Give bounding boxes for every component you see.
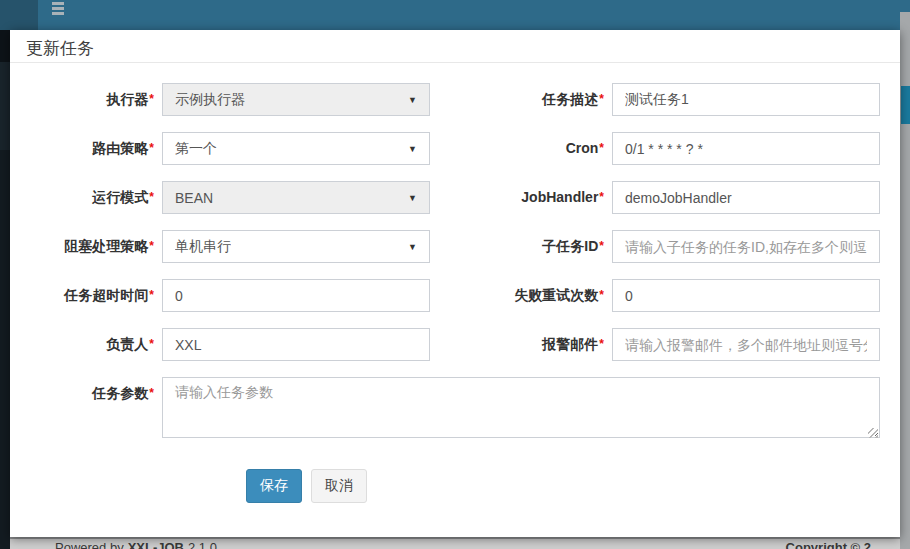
executor-label: 执行器* — [10, 83, 162, 116]
child-jobid-label: 子任务ID* — [455, 230, 612, 263]
navbar-logo-area — [0, 0, 38, 30]
timeout-input[interactable] — [162, 279, 430, 312]
field-child-jobid: 子任务ID* — [455, 230, 900, 263]
child-jobid-input[interactable] — [612, 230, 880, 263]
chevron-down-icon: ▼ — [408, 242, 417, 252]
vertical-scrollbar[interactable] — [900, 12, 910, 549]
scrollbar-thumb[interactable] — [901, 86, 910, 124]
alarm-email-label: 报警邮件* — [455, 328, 612, 361]
form-row: 阻塞处理策略* 单机串行 ▼ 子任务ID* — [10, 230, 900, 263]
glue-type-label: 运行模式* — [10, 181, 162, 214]
required-mark: * — [599, 92, 604, 106]
required-mark: * — [599, 288, 604, 302]
form-row: 路由策略* 第一个 ▼ Cron* — [10, 132, 900, 165]
fail-retry-input[interactable] — [612, 279, 880, 312]
job-desc-label: 任务描述* — [455, 83, 612, 116]
form-row: 负责人* 报警邮件* — [10, 328, 900, 361]
required-mark: * — [149, 92, 154, 106]
footer-powered-by: Powered byXXL-JOB2.1.0 — [55, 540, 217, 549]
field-job-param: 任务参数* — [10, 377, 898, 442]
executor-select[interactable]: 示例执行器 ▼ — [162, 83, 430, 116]
fail-retry-label: 失败重试次数* — [455, 279, 612, 312]
required-mark: * — [599, 337, 604, 351]
footer-version: 2.1.0 — [188, 540, 217, 549]
timeout-label: 任务超时时间* — [10, 279, 162, 312]
job-param-label: 任务参数* — [10, 377, 162, 442]
modal-title: 更新任务 — [26, 39, 94, 58]
field-glue-type: 运行模式* BEAN ▼ — [10, 181, 455, 214]
field-author: 负责人* — [10, 328, 455, 361]
jobhandler-label: JobHandler* — [455, 181, 612, 214]
update-job-modal: 更新任务 执行器* 示例执行器 ▼ 任务描述* 路由策略* 第一个 ▼ — [10, 30, 900, 537]
field-executor: 执行器* 示例执行器 ▼ — [10, 83, 455, 116]
field-jobhandler: JobHandler* — [455, 181, 900, 214]
glue-type-select[interactable]: BEAN ▼ — [162, 181, 430, 214]
required-mark: * — [599, 239, 604, 253]
alarm-email-input[interactable] — [612, 328, 880, 361]
footer-copyright: Copyright © 2 — [786, 540, 871, 549]
field-job-desc: 任务描述* — [455, 83, 900, 116]
modal-actions: 保存 取消 — [246, 469, 900, 503]
field-fail-retry: 失败重试次数* — [455, 279, 900, 312]
job-param-textarea[interactable] — [162, 377, 880, 438]
field-route-strategy: 路由策略* 第一个 ▼ — [10, 132, 455, 165]
author-input[interactable] — [162, 328, 430, 361]
form-row: 运行模式* BEAN ▼ JobHandler* — [10, 181, 900, 214]
save-button[interactable]: 保存 — [246, 469, 302, 503]
required-mark: * — [149, 288, 154, 302]
required-mark: * — [599, 190, 604, 204]
block-strategy-label: 阻塞处理策略* — [10, 230, 162, 263]
sidebar — [0, 30, 10, 549]
update-job-form: 执行器* 示例执行器 ▼ 任务描述* 路由策略* 第一个 ▼ Cron* — [10, 63, 900, 503]
route-strategy-select[interactable]: 第一个 ▼ — [162, 132, 430, 165]
chevron-down-icon: ▼ — [408, 144, 417, 154]
sidebar-segment — [0, 30, 10, 62]
block-strategy-select[interactable]: 单机串行 ▼ — [162, 230, 430, 263]
hamburger-menu-icon[interactable] — [52, 2, 64, 16]
field-timeout: 任务超时时间* — [10, 279, 455, 312]
sidebar-active-item — [0, 62, 10, 150]
required-mark: * — [599, 141, 604, 155]
form-row: 执行器* 示例执行器 ▼ 任务描述* — [10, 83, 900, 116]
author-label: 负责人* — [10, 328, 162, 361]
form-row: 任务参数* — [10, 377, 900, 442]
footer-brand: XXL-JOB — [128, 540, 184, 549]
required-mark: * — [149, 141, 154, 155]
cron-input[interactable] — [612, 132, 880, 165]
required-mark: * — [149, 386, 154, 400]
form-row: 任务超时时间* 失败重试次数* — [10, 279, 900, 312]
field-cron: Cron* — [455, 132, 900, 165]
required-mark: * — [149, 239, 154, 253]
modal-header: 更新任务 — [10, 30, 900, 63]
job-desc-input[interactable] — [612, 83, 880, 116]
field-block-strategy: 阻塞处理策略* 单机串行 ▼ — [10, 230, 455, 263]
top-navbar — [0, 0, 910, 30]
route-strategy-label: 路由策略* — [10, 132, 162, 165]
field-alarm-email: 报警邮件* — [455, 328, 900, 361]
chevron-down-icon: ▼ — [408, 95, 417, 105]
required-mark: * — [149, 190, 154, 204]
jobhandler-input[interactable] — [612, 181, 880, 214]
chevron-down-icon: ▼ — [408, 193, 417, 203]
cancel-button[interactable]: 取消 — [311, 469, 367, 503]
cron-label: Cron* — [455, 132, 612, 165]
required-mark: * — [149, 337, 154, 351]
page-footer: Powered byXXL-JOB2.1.0 Copyright © 2 — [10, 537, 900, 549]
